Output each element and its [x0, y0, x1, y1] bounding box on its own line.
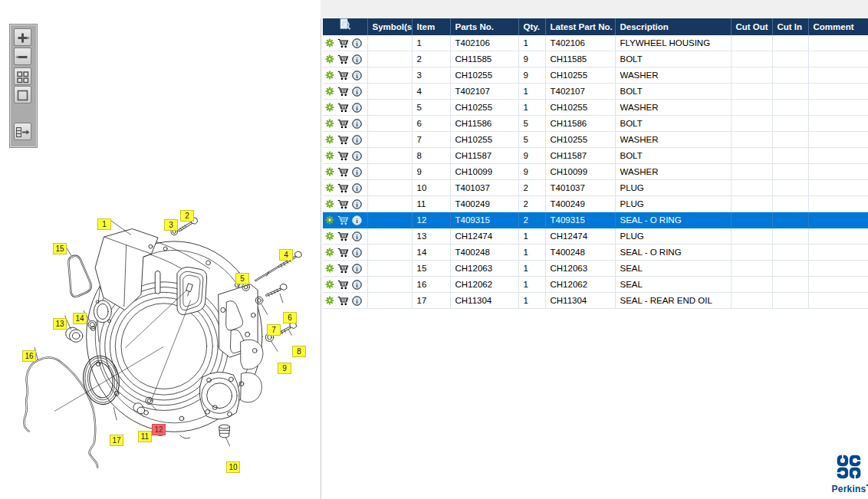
info-icon[interactable]: i	[352, 167, 362, 177]
settings-gear-icon[interactable]	[325, 296, 334, 305]
table-row-10[interactable]: i 10 T401037 2 T401037 PLUG	[323, 180, 868, 196]
add-to-cart-icon[interactable]	[337, 54, 349, 64]
table-row-13[interactable]: i 13 CH12474 1 CH12474 PLUG	[323, 228, 868, 245]
add-to-cart-icon[interactable]	[337, 231, 349, 241]
info-icon[interactable]: i	[352, 103, 362, 113]
add-to-cart-icon[interactable]	[337, 71, 349, 80]
add-to-cart-icon[interactable]	[337, 280, 349, 290]
cell-actions: i	[323, 293, 367, 309]
callout-13[interactable]: 13	[53, 318, 67, 330]
info-icon[interactable]: i	[352, 264, 362, 274]
settings-gear-icon[interactable]	[325, 103, 334, 112]
info-icon[interactable]: i	[352, 231, 362, 241]
callout-7[interactable]: 7	[267, 324, 281, 336]
table-row-15[interactable]: i 15 CH12063 1 CH12063 SEAL	[323, 261, 868, 277]
info-icon[interactable]: i	[352, 151, 362, 161]
table-row-5[interactable]: i 5 CH10255 1 CH10255 WASHER	[323, 100, 868, 116]
settings-gear-icon[interactable]	[325, 71, 334, 80]
zoom-out-button[interactable]	[14, 48, 31, 65]
cell-cut-in	[772, 196, 808, 212]
settings-gear-icon[interactable]	[325, 183, 334, 192]
info-icon[interactable]: i	[352, 296, 362, 306]
pane-divider[interactable]	[321, 18, 321, 499]
add-to-cart-icon[interactable]	[337, 135, 349, 145]
add-to-cart-icon[interactable]	[337, 296, 349, 306]
settings-gear-icon[interactable]	[325, 54, 334, 64]
info-icon[interactable]: i	[352, 54, 362, 64]
cell-comment	[808, 228, 868, 245]
callout-6[interactable]: 6	[283, 312, 297, 323]
add-to-cart-icon[interactable]	[337, 151, 349, 161]
table-row-14[interactable]: i 14 T400248 1 T400248 SEAL - O RING	[323, 245, 868, 261]
settings-gear-icon[interactable]	[325, 248, 334, 257]
add-to-cart-icon[interactable]	[337, 215, 349, 225]
cell-comment	[808, 100, 868, 116]
table-row-16[interactable]: i 16 CH12062 1 CH12062 SEAL	[323, 277, 868, 293]
info-icon[interactable]: i	[352, 135, 362, 145]
callout-15[interactable]: 15	[53, 243, 67, 254]
info-icon[interactable]: i	[352, 183, 362, 193]
add-to-cart-icon[interactable]	[337, 103, 349, 113]
add-to-cart-icon[interactable]	[337, 264, 349, 274]
settings-gear-icon[interactable]	[325, 264, 334, 273]
info-icon[interactable]: i	[352, 119, 362, 129]
table-row-1[interactable]: i 1 T402106 1 T402106 FLYWHEEL HOUSING	[323, 35, 868, 51]
zoom-in-button[interactable]	[14, 28, 31, 46]
add-to-cart-icon[interactable]	[337, 119, 349, 129]
info-icon[interactable]: i	[352, 215, 362, 225]
callout-17[interactable]: 17	[110, 435, 123, 446]
callout-10[interactable]: 10	[226, 461, 240, 473]
table-row-11[interactable]: i 11 T400249 2 T400249 PLUG	[323, 196, 868, 212]
table-row-9[interactable]: i 9 CH10099 9 CH10099 WASHER	[323, 164, 868, 180]
cell-item: 9	[412, 164, 450, 180]
info-icon[interactable]: i	[352, 38, 362, 48]
callout-2[interactable]: 2	[180, 210, 194, 222]
toggle-panel-button[interactable]	[14, 123, 31, 140]
callout-8[interactable]: 8	[292, 346, 306, 357]
settings-gear-icon[interactable]	[325, 87, 334, 96]
table-row-4[interactable]: i 4 T402107 1 T402107 BOLT	[323, 84, 868, 100]
add-to-cart-icon[interactable]	[337, 183, 349, 193]
perkins-wordmark: Perkins	[830, 484, 868, 494]
fit-view-button[interactable]	[14, 86, 31, 103]
settings-gear-icon[interactable]	[325, 199, 334, 208]
cell-actions: i	[323, 116, 367, 132]
settings-gear-icon[interactable]	[325, 215, 334, 225]
add-to-cart-icon[interactable]	[337, 248, 349, 258]
table-row-3[interactable]: i 3 CH10255 9 CH10255 WASHER	[323, 67, 868, 84]
add-to-cart-icon[interactable]	[337, 167, 349, 177]
table-row-2[interactable]: i 2 CH11585 9 CH11585 BOLT	[323, 51, 868, 67]
add-to-cart-icon[interactable]	[337, 38, 349, 48]
table-row-17[interactable]: i 17 CH11304 1 CH11304 SEAL - REAR END O…	[323, 293, 868, 309]
add-to-cart-icon[interactable]	[337, 87, 349, 97]
settings-gear-icon[interactable]	[325, 135, 334, 144]
callout-3[interactable]: 3	[164, 219, 178, 231]
settings-gear-icon[interactable]	[325, 151, 334, 160]
callout-5[interactable]: 5	[235, 273, 249, 284]
thumbnails-icon[interactable]	[14, 67, 31, 85]
callout-1[interactable]: 1	[97, 218, 111, 230]
callout-14[interactable]: 14	[73, 313, 87, 324]
info-icon[interactable]: i	[352, 87, 362, 97]
table-row-8[interactable]: i 8 CH11587 9 CH11587 BOLT	[323, 148, 868, 164]
settings-gear-icon[interactable]	[325, 167, 334, 176]
callout-12[interactable]: 12	[152, 424, 166, 435]
add-to-cart-icon[interactable]	[337, 199, 349, 209]
info-icon[interactable]: i	[352, 199, 362, 209]
info-icon[interactable]: i	[352, 71, 362, 80]
table-row-7[interactable]: i 7 CH10255 5 CH10255 WASHER	[323, 132, 868, 148]
info-icon[interactable]: i	[352, 280, 362, 290]
cell-qty: 1	[518, 35, 545, 51]
callout-9[interactable]: 9	[278, 363, 291, 374]
callout-16[interactable]: 16	[22, 350, 36, 362]
table-row-12[interactable]: i 12 T409315 2 T409315 SEAL - O RING	[323, 212, 868, 228]
settings-gear-icon[interactable]	[325, 231, 334, 241]
callout-4[interactable]: 4	[279, 249, 293, 261]
table-row-6[interactable]: i 6 CH11586 5 CH11586 BOLT	[323, 116, 868, 132]
cell-cut-in	[772, 261, 808, 277]
settings-gear-icon[interactable]	[325, 38, 334, 48]
settings-gear-icon[interactable]	[325, 280, 334, 289]
info-icon[interactable]: i	[352, 248, 362, 258]
settings-gear-icon[interactable]	[325, 119, 334, 128]
callout-11[interactable]: 11	[138, 431, 152, 442]
